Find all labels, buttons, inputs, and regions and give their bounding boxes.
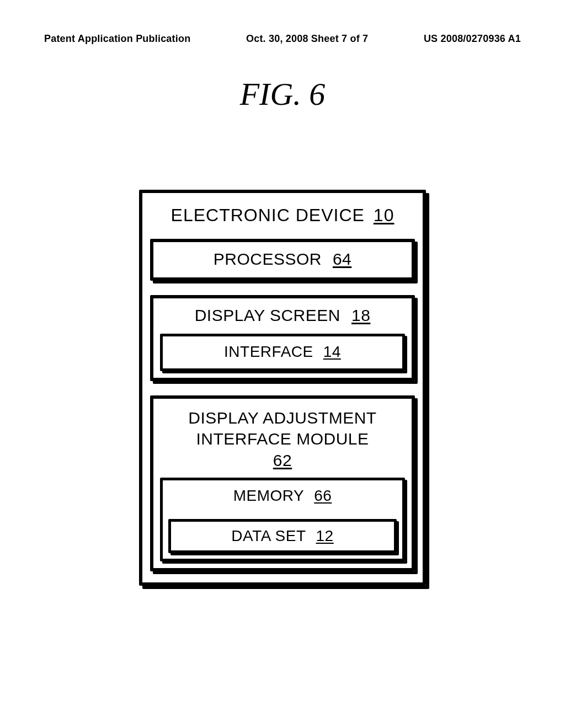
device-label: ELECTRONIC DEVICE xyxy=(171,205,365,226)
header-center: Oct. 30, 2008 Sheet 7 of 7 xyxy=(246,33,368,45)
diagram-wrap: ELECTRONIC DEVICE 10 PROCESSOR 64 DISPLA… xyxy=(139,190,426,586)
interface-ref: 14 xyxy=(323,343,341,361)
device-ref: 10 xyxy=(374,205,395,226)
processor-box: PROCESSOR 64 xyxy=(150,239,415,281)
header-left: Patent Application Publication xyxy=(44,33,190,45)
adjustment-module-label: DISPLAY ADJUSTMENT INTERFACE MODULE xyxy=(188,409,376,448)
display-screen-ref: 18 xyxy=(351,306,370,325)
processor-ref: 64 xyxy=(333,250,351,269)
adjustment-module-title: DISPLAY ADJUSTMENT INTERFACE MODULE 62 xyxy=(160,404,405,471)
display-screen-box: DISPLAY SCREEN 18 INTERFACE 14 xyxy=(150,295,415,381)
interface-box: INTERFACE 14 xyxy=(160,334,405,371)
processor-label: PROCESSOR xyxy=(214,250,322,269)
dataset-ref: 12 xyxy=(316,527,334,545)
memory-box: MEMORY 66 DATA SET 12 xyxy=(160,478,405,561)
figure-title: FIG. 6 xyxy=(44,76,521,113)
device-title: ELECTRONIC DEVICE 10 xyxy=(150,201,415,239)
dataset-label: DATA SET xyxy=(231,527,306,545)
dataset-box: DATA SET 12 xyxy=(168,519,397,553)
memory-ref: 66 xyxy=(314,487,332,505)
patent-page: Patent Application Publication Oct. 30, … xyxy=(0,0,565,728)
interface-title: INTERFACE 14 xyxy=(168,341,397,363)
dataset-title: DATA SET 12 xyxy=(175,525,390,547)
display-screen-title: DISPLAY SCREEN 18 xyxy=(160,304,405,327)
header-right: US 2008/0270936 A1 xyxy=(424,33,521,45)
processor-title: PROCESSOR 64 xyxy=(160,248,405,271)
adjustment-module-box: DISPLAY ADJUSTMENT INTERFACE MODULE 62 M… xyxy=(150,395,415,571)
memory-label: MEMORY xyxy=(233,487,305,505)
electronic-device-box: ELECTRONIC DEVICE 10 PROCESSOR 64 DISPLA… xyxy=(139,190,426,586)
interface-label: INTERFACE xyxy=(224,343,313,361)
display-screen-label: DISPLAY SCREEN xyxy=(195,306,340,325)
page-header: Patent Application Publication Oct. 30, … xyxy=(44,33,521,45)
adjustment-module-ref: 62 xyxy=(273,450,292,471)
memory-title: MEMORY 66 xyxy=(168,485,397,507)
